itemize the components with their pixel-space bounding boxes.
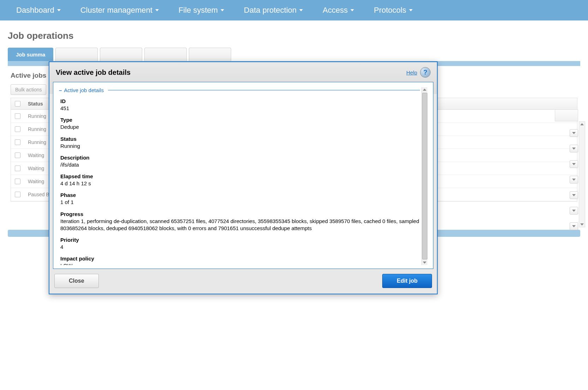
scroll-down-icon [423, 262, 426, 264]
status-value: Running [60, 143, 420, 150]
row-checkbox[interactable] [15, 126, 20, 132]
row-checkbox[interactable] [15, 166, 20, 171]
impact-label: Impact policy [60, 256, 420, 262]
tab-strip: Job summa [0, 48, 588, 61]
job-details-modal: View active job details Help ? – Active … [49, 61, 438, 294]
nav-label: File system [179, 6, 218, 15]
row-actions-column [555, 109, 578, 230]
tab-4[interactable] [144, 48, 187, 61]
top-nav: Dashboard Cluster management File system… [0, 0, 588, 20]
nav-label: Data protection [244, 6, 296, 15]
progress-value: Iteration 1, performing de-duplication, … [60, 218, 420, 232]
chevron-down-icon [572, 210, 576, 212]
row-action-menu[interactable] [570, 222, 578, 230]
chevron-down-icon [572, 194, 576, 196]
id-label: ID [60, 98, 420, 104]
priority-value: 4 [60, 244, 420, 251]
id-value: 451 [60, 105, 420, 112]
collapse-icon: – [59, 87, 62, 93]
progress-label: Progress [60, 211, 420, 217]
tab-5[interactable] [189, 48, 231, 61]
tab-label: Job summa [16, 52, 45, 58]
chevron-down-icon [572, 179, 576, 181]
chevron-down-icon [299, 9, 303, 11]
type-label: Type [60, 117, 420, 123]
row-checkbox[interactable] [15, 139, 20, 145]
chevron-down-icon [155, 9, 159, 11]
chevron-down-icon [572, 163, 576, 165]
row-checkbox[interactable] [15, 152, 20, 158]
nav-data-protection[interactable]: Data protection [234, 1, 313, 19]
description-value: /ifs/data [60, 161, 420, 168]
priority-label: Priority [60, 237, 420, 243]
chevron-down-icon [409, 9, 413, 11]
scroll-thumb[interactable] [422, 93, 427, 259]
page-title: Job operations [0, 20, 588, 48]
row-action-menu[interactable] [570, 176, 578, 184]
scroll-down-icon [580, 223, 584, 226]
chevron-down-icon [221, 9, 224, 11]
elapsed-label: Elapsed time [60, 173, 420, 179]
modal-scrollbar[interactable] [421, 87, 427, 265]
type-value: Dedupe [60, 124, 420, 131]
fieldset-title-text: Active job details [64, 87, 104, 93]
chevron-down-icon [572, 225, 576, 227]
edit-job-button[interactable]: Edit job [382, 274, 432, 288]
close-button[interactable]: Close [54, 274, 99, 288]
bulk-actions-label: Bulk actions [15, 87, 42, 92]
nav-label: Access [323, 6, 348, 15]
nav-protocols[interactable]: Protocols [364, 1, 422, 19]
fieldset-rule [108, 90, 420, 90]
detail-description: Description /ifs/data [60, 155, 420, 168]
row-action-menu[interactable] [570, 207, 578, 215]
edit-label: Edit job [397, 278, 418, 284]
nav-label: Cluster management [80, 6, 152, 15]
row-action-menu[interactable] [570, 129, 578, 137]
description-label: Description [60, 155, 420, 161]
help-icon[interactable]: ? [420, 67, 431, 78]
phase-label: Phase [60, 192, 420, 198]
chevron-down-icon [350, 9, 354, 11]
detail-status: Status Running [60, 136, 420, 150]
detail-type: Type Dedupe [60, 117, 420, 131]
detail-progress: Progress Iteration 1, performing de-dupl… [60, 211, 420, 232]
nav-file-system[interactable]: File system [169, 1, 234, 19]
chevron-down-icon [57, 9, 61, 11]
row-action-menu[interactable] [570, 191, 578, 199]
row-checkbox[interactable] [15, 179, 20, 184]
modal-body: – Active job details ID 451 Type Dedupe … [53, 82, 433, 269]
close-label: Close [69, 278, 84, 284]
select-all-checkbox[interactable] [15, 101, 20, 107]
modal-body-inner: – Active job details ID 451 Type Dedupe … [59, 87, 421, 265]
modal-title: View active job details [56, 68, 131, 77]
modal-footer: Close Edit job [49, 269, 437, 294]
detail-elapsed: Elapsed time 4 d 14 h 12 s [60, 173, 420, 187]
chevron-down-icon [572, 132, 576, 134]
scroll-up-icon [580, 123, 584, 125]
row-checkbox[interactable] [15, 192, 20, 197]
tab-3[interactable] [100, 48, 142, 61]
nav-label: Dashboard [16, 6, 54, 15]
status-label: Status [60, 136, 420, 142]
detail-priority: Priority 4 [60, 237, 420, 251]
fieldset-toggle[interactable]: – Active job details [59, 87, 420, 93]
elapsed-value: 4 d 14 h 12 s [60, 180, 420, 187]
help-link[interactable]: Help [406, 70, 417, 76]
row-action-menu[interactable] [570, 145, 578, 152]
nav-dashboard[interactable]: Dashboard [6, 1, 71, 19]
tab-2[interactable] [55, 48, 98, 61]
detail-id: ID 451 [60, 98, 420, 112]
nav-label: Protocols [374, 6, 406, 15]
row-action-menu[interactable] [570, 160, 578, 168]
nav-access[interactable]: Access [313, 1, 364, 19]
nav-cluster-management[interactable]: Cluster management [71, 1, 169, 19]
tab-job-summary[interactable]: Job summa [8, 48, 53, 61]
table-header-corner [555, 109, 578, 121]
detail-impact: Impact policy LOW [60, 256, 420, 265]
table-scrollbar[interactable] [579, 121, 585, 227]
modal-help: Help ? [406, 67, 431, 78]
impact-value: LOW [60, 262, 420, 265]
bulk-actions-button[interactable]: Bulk actions [11, 84, 46, 95]
row-checkbox[interactable] [15, 113, 20, 119]
phase-value: 1 of 1 [60, 199, 420, 206]
